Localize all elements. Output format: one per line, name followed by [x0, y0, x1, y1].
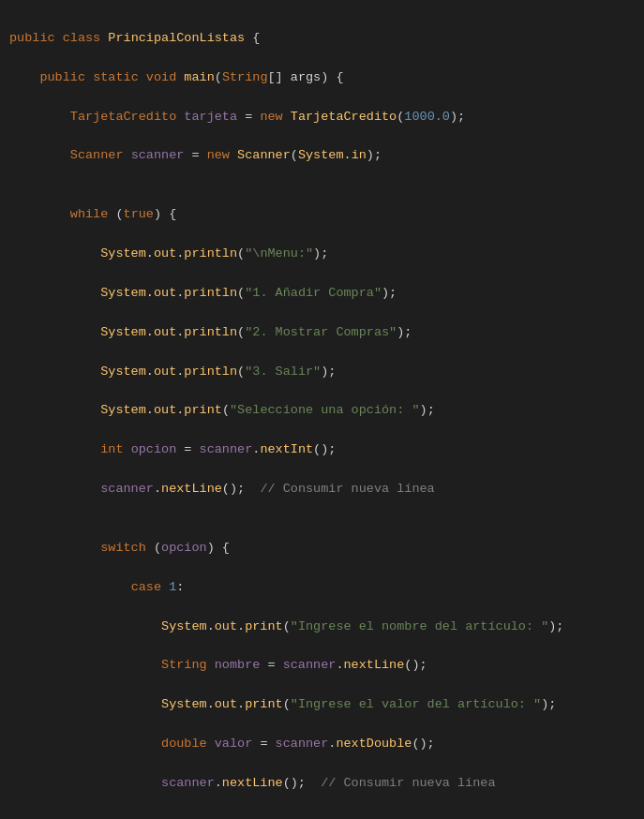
line-8: System.out.println("1. Añadir Compra"); [9, 284, 644, 304]
line-19: System.out.print("Ingrese el valor del a… [9, 695, 644, 715]
line-10: System.out.println("3. Salir"); [9, 363, 644, 382]
line-13: scanner.nextLine(); // Consumir nueva lí… [9, 480, 644, 499]
line-17: System.out.print("Ingrese el nombre del … [9, 618, 644, 637]
line-3: TarjetaCredito tarjeta = new TarjetaCred… [9, 108, 644, 127]
code-editor: public class PrincipalConListas { public… [0, 0, 644, 819]
line-4: Scanner scanner = new Scanner(System.in)… [9, 146, 644, 166]
line-2: public static void main(String[] args) { [9, 68, 644, 88]
line-6: while (true) { [9, 205, 644, 225]
line-1: public class PrincipalConListas { [9, 29, 644, 49]
line-15: switch (opcion) { [9, 539, 644, 558]
line-12: int opcion = scanner.nextInt(); [9, 440, 644, 460]
line-21: scanner.nextLine(); // Consumir nueva lí… [9, 774, 644, 794]
line-16: case 1: [9, 578, 644, 598]
line-20: double valor = scanner.nextDouble(); [9, 735, 644, 754]
line-7: System.out.println("\nMenu:"); [9, 245, 644, 264]
line-11: System.out.print("Seleccione una opción:… [9, 401, 644, 421]
line-9: System.out.println("2. Mostrar Compras")… [9, 323, 644, 343]
line-18: String nombre = scanner.nextLine(); [9, 656, 644, 676]
